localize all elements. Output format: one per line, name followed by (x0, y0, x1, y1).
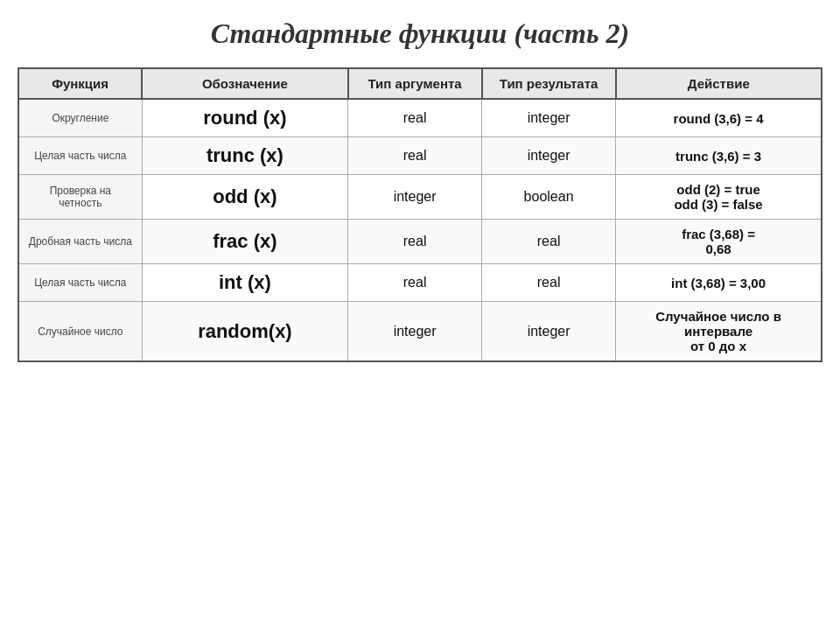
argtype-cell: real (348, 137, 482, 175)
header-argtype: Тип аргумента (348, 68, 482, 99)
restype-cell: integer (482, 137, 616, 175)
table-row: Проверка на четностьodd (x)integerboolea… (18, 175, 822, 220)
argtype-cell: real (348, 264, 482, 302)
table-row: Целая часть числаtrunc (x)realintegertru… (18, 137, 822, 175)
function-label: Целая часть числа (18, 137, 142, 175)
page-title: Стандартные функции (часть 2) (211, 18, 629, 50)
function-label: Дробная часть числа (18, 220, 142, 264)
notation-cell: round (x) (142, 99, 347, 137)
functions-table: Функция Обозначение Тип аргумента Тип ре… (18, 67, 822, 362)
header-restype: Тип результата (482, 68, 616, 99)
action-cell: round (3,6) = 4 (616, 99, 822, 137)
action-cell: Случайное число в интервале от 0 до x (616, 302, 822, 362)
action-cell: trunc (3,6) = 3 (616, 137, 822, 175)
notation-cell: odd (x) (142, 175, 347, 220)
function-label: Целая часть числа (18, 264, 142, 302)
table-row: Случайное числоrandom(x)integerintegerСл… (18, 302, 822, 362)
action-cell: int (3,68) = 3,00 (616, 264, 822, 302)
notation-cell: int (x) (142, 264, 347, 302)
restype-cell: integer (482, 302, 616, 362)
restype-cell: real (482, 220, 616, 264)
action-cell: frac (3,68) = 0,68 (616, 220, 822, 264)
restype-cell: boolean (482, 175, 616, 220)
restype-cell: integer (482, 99, 616, 137)
notation-cell: random(x) (142, 302, 347, 362)
function-label: Проверка на четность (18, 175, 142, 220)
argtype-cell: integer (348, 302, 482, 362)
function-label: Случайное число (18, 302, 142, 362)
notation-cell: trunc (x) (142, 137, 347, 175)
notation-cell: frac (x) (142, 220, 347, 264)
header-action: Действие (616, 68, 822, 99)
restype-cell: real (482, 264, 616, 302)
function-label: Округление (18, 99, 142, 137)
header-function: Функция (18, 68, 142, 99)
table-row: Целая часть числаint (x)realrealint (3,6… (18, 264, 822, 302)
header-notation: Обозначение (142, 68, 347, 99)
argtype-cell: integer (348, 175, 482, 220)
table-row: Дробная часть числаfrac (x)realrealfrac … (18, 220, 822, 264)
action-cell: odd (2) = true odd (3) = false (616, 175, 822, 220)
table-row: Округлениеround (x)realintegerround (3,6… (18, 99, 822, 137)
argtype-cell: real (348, 220, 482, 264)
argtype-cell: real (348, 99, 482, 137)
